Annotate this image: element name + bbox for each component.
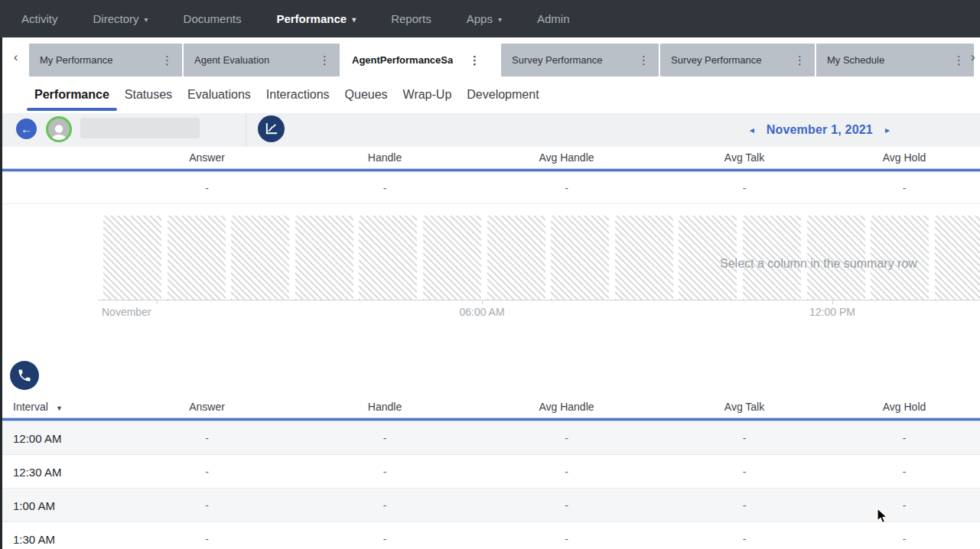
nav-item-apps[interactable]: Apps▾: [467, 12, 502, 25]
tab-my-performance[interactable]: My Performance ⋮: [29, 44, 182, 76]
summary-value-avg-hold: -: [829, 182, 980, 194]
tabs-container: My Performance ⋮ Agent Evaluation ⋮ Agen…: [29, 37, 975, 76]
column-header-avg-handle[interactable]: Avg Handle: [473, 151, 660, 164]
agent-performance-page: Activity Directory▾ Documents Performanc…: [0, 0, 980, 549]
performance-subnav: Performance Statuses Evaluations Interac…: [27, 76, 547, 113]
chart-x-axis: [98, 300, 980, 300]
kebab-menu-icon[interactable]: ⋮: [466, 54, 483, 67]
summary-value-avg-talk: -: [660, 182, 829, 194]
column-header-answer[interactable]: Answer: [117, 401, 297, 413]
summary-table-header: Answer Handle Avg Handle Avg Talk Avg Ho…: [2, 147, 980, 168]
placeholder-bar: [487, 216, 545, 300]
axis-label-12pm: 12:00 PM: [809, 306, 855, 318]
previous-day-button[interactable]: ◂: [750, 125, 754, 135]
summary-value-answer: -: [117, 182, 297, 194]
interval-rows: 12:00 AM - - - - - 12:30 AM - - - - -: [2, 421, 980, 549]
summary-value-avg-handle: -: [473, 182, 660, 194]
redacted-agent-name: [80, 118, 200, 138]
kebab-menu-icon[interactable]: ⋮: [158, 54, 176, 67]
tab-evaluations[interactable]: Evaluations: [180, 76, 259, 113]
axis-label-november: November: [102, 306, 151, 318]
voice-media-section: [10, 361, 39, 390]
column-header-interval[interactable]: Interval▼: [2, 401, 117, 413]
tab-statuses[interactable]: Statuses: [117, 76, 180, 113]
column-header-handle[interactable]: Handle: [297, 401, 473, 413]
placeholder-bar: [359, 216, 417, 300]
column-header-avg-handle[interactable]: Avg Handle: [473, 401, 660, 413]
view-tab-strip: ‹ My Performance ⋮ Agent Evaluation ⋮ Ag…: [2, 37, 980, 76]
table-row: 1:30 AM - - - - -: [2, 522, 980, 549]
interval-chart-placeholder: November 06:00 AM 12:00 PM Select a colu…: [2, 205, 980, 330]
nav-item-reports[interactable]: Reports: [391, 12, 431, 25]
interval-table-header: Interval▼ Answer Handle Avg Handle Avg T…: [2, 396, 980, 417]
nav-item-directory[interactable]: Directory▾: [93, 12, 148, 25]
current-date-label: November 1, 2021: [767, 123, 873, 137]
summary-value-handle: -: [297, 182, 473, 194]
column-header-handle[interactable]: Handle: [297, 151, 473, 164]
chevron-down-icon: ▾: [352, 15, 356, 24]
back-arrow-icon: ←: [21, 122, 32, 135]
placeholder-bar: [935, 216, 980, 300]
axis-tick: [482, 300, 483, 304]
placeholder-bar: [103, 216, 161, 300]
tab-my-schedule[interactable]: My Schedule ⋮: [816, 44, 974, 76]
tab-agent-evaluation[interactable]: Agent Evaluation ⋮: [184, 44, 340, 76]
tab-survey-performance-2[interactable]: Survey Performance ⋮: [660, 44, 815, 76]
column-header-avg-talk[interactable]: Avg Talk: [660, 151, 829, 164]
person-icon: [48, 121, 70, 142]
placeholder-bar: [551, 216, 609, 300]
tab-performance[interactable]: Performance: [27, 76, 117, 113]
sort-caret-icon: ▼: [56, 404, 63, 412]
column-header-avg-talk[interactable]: Avg Talk: [660, 401, 829, 413]
tab-queues[interactable]: Queues: [337, 76, 396, 113]
table-row: 12:00 AM - - - - -: [2, 421, 980, 455]
summary-row[interactable]: - - - - -: [2, 172, 980, 204]
nav-item-activity[interactable]: Activity: [21, 12, 58, 25]
kebab-menu-icon[interactable]: ⋮: [316, 54, 334, 67]
column-header-answer[interactable]: Answer: [117, 151, 297, 164]
next-day-button[interactable]: ▸: [885, 125, 890, 135]
agent-toolbar: ← ◂ November 1, 2021 ▸: [2, 113, 980, 147]
tab-scroll-left-button[interactable]: ‹: [2, 37, 29, 76]
axis-tick: [832, 300, 833, 304]
top-navigation-bar: Activity Directory▾ Documents Performanc…: [0, 0, 980, 37]
line-chart-icon: [264, 122, 278, 136]
workspace-window: ‹ My Performance ⋮ Agent Evaluation ⋮ Ag…: [0, 37, 980, 549]
column-header-avg-hold[interactable]: Avg Hold: [829, 401, 980, 413]
placeholder-bar: [168, 216, 226, 300]
tab-scroll-right-button[interactable]: ›: [971, 37, 980, 76]
date-navigation: ◂ November 1, 2021 ▸: [750, 113, 890, 147]
toolbar-divider: [246, 113, 246, 147]
tab-interactions[interactable]: Interactions: [259, 76, 337, 113]
placeholder-bar: [231, 216, 289, 300]
axis-tick: [157, 300, 158, 304]
kebab-menu-icon[interactable]: ⋮: [791, 54, 809, 67]
kebab-menu-icon[interactable]: ⋮: [635, 54, 653, 67]
placeholder-bar: [295, 216, 353, 300]
chart-placeholder-message: Select a column in the summary row: [720, 257, 917, 271]
tab-survey-performance-1[interactable]: Survey Performance ⋮: [501, 44, 659, 76]
nav-item-admin[interactable]: Admin: [537, 12, 570, 25]
table-row: 12:30 AM - - - - -: [2, 455, 980, 489]
placeholder-bar: [423, 216, 481, 300]
placeholder-bar: [615, 216, 673, 300]
chart-toggle-button[interactable]: [258, 115, 285, 142]
agent-avatar: [46, 116, 72, 142]
tab-development[interactable]: Development: [459, 76, 546, 113]
chevron-down-icon: ▾: [145, 15, 148, 24]
tab-agent-performance-saved[interactable]: AgentPerformanceSa ⋮: [341, 44, 490, 76]
nav-item-performance[interactable]: Performance▾: [276, 12, 356, 25]
chevron-down-icon: ▾: [498, 15, 502, 24]
table-row: 1:00 AM - - - - -: [2, 489, 980, 522]
tab-wrap-up[interactable]: Wrap-Up: [396, 76, 460, 113]
axis-label-6am: 06:00 AM: [459, 306, 504, 318]
kebab-menu-icon[interactable]: ⋮: [950, 54, 968, 67]
phone-icon: [17, 368, 32, 383]
nav-item-documents[interactable]: Documents: [184, 12, 242, 25]
back-button[interactable]: ←: [16, 119, 37, 139]
column-header-avg-hold[interactable]: Avg Hold: [829, 151, 980, 164]
